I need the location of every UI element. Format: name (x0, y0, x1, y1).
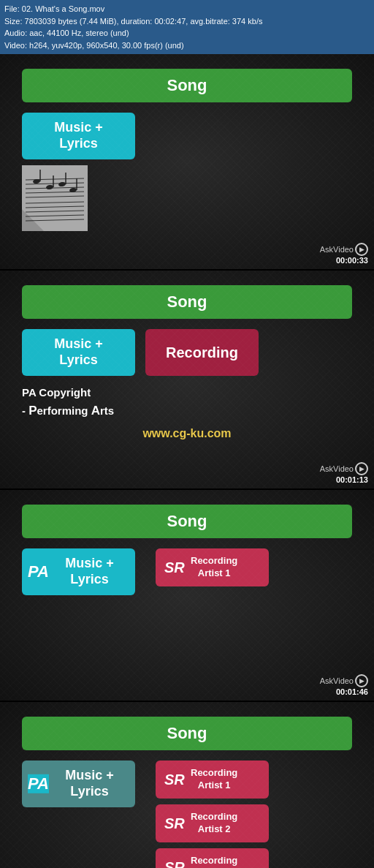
pa-copyright-line1: PA Copyright (22, 385, 352, 401)
sheet-music-image (22, 165, 88, 231)
song-button-4[interactable]: Song (22, 717, 352, 750)
timestamp-3: 00:01:46 (336, 687, 368, 696)
music-lyrics-button-1[interactable]: Music +Lyrics (22, 113, 135, 159)
performing-bold-p: P (28, 404, 37, 418)
info-line-3: Audio: aac, 44100 Hz, stereo (und) (4, 27, 370, 39)
panel-4: Song PA Music +Lyrics SR RecordingArtist… (0, 702, 374, 868)
panel-2: Song Music +Lyrics Recording PA Copyrigh… (0, 271, 374, 490)
sr-badge-4-1: SR (164, 771, 185, 788)
askvideo-text-1: AskVideo (320, 245, 354, 254)
watermark: www.cg-ku.com (22, 427, 352, 440)
pa-copyright: PA Copyright - Performing Arts (22, 385, 352, 420)
sr-badge-3: SR (164, 559, 185, 576)
pa-badge-4: PA (28, 774, 49, 793)
song-button-1[interactable]: Song (22, 69, 352, 102)
pa-copyright-line2: - Performing Arts (22, 401, 352, 420)
timestamp-1: 00:00:33 (336, 256, 368, 265)
info-line-2: Size: 7803039 bytes (7.44 MiB), duration… (4, 15, 370, 28)
sr-recording-text-3: RecordingArtist 1 (191, 555, 237, 580)
sr-recording-text-4-3: RecordingArtist 3 (191, 855, 237, 868)
askvideo-logo-3: AskVideo ▶ (320, 674, 368, 687)
music-lyrics-button-2[interactable]: Music +Lyrics (22, 329, 135, 376)
recording-sr-button-4-2[interactable]: SR RecordingArtist 2 (156, 804, 269, 842)
recording-sr-button-4-1[interactable]: SR RecordingArtist 1 (156, 761, 269, 799)
song-button-2[interactable]: Song (22, 285, 352, 319)
askvideo-icon-1: ▶ (355, 243, 368, 256)
recording-sr-button-4-3[interactable]: SR RecordingArtist 3 (156, 848, 269, 868)
panel-1: Song Music +Lyrics (0, 54, 374, 271)
askvideo-logo-2: AskVideo ▶ (320, 462, 368, 475)
askvideo-logo-1: AskVideo ▶ (320, 243, 368, 256)
song-button-3[interactable]: Song (22, 505, 352, 538)
info-line-1: File: 02. What's a Song.mov (4, 3, 370, 15)
info-bar: File: 02. What's a Song.mov Size: 780303… (0, 0, 374, 54)
askvideo-icon-3: ▶ (355, 674, 368, 687)
askvideo-text-3: AskVideo (320, 676, 354, 685)
askvideo-icon-2: ▶ (355, 462, 368, 475)
panel-3: Song PA Music +Lyrics SR RecordingArtist… (0, 490, 374, 702)
askvideo-text-2: AskVideo (320, 464, 354, 473)
sr-badge-4-3: SR (164, 859, 185, 869)
music-lyrics-button-3[interactable]: PA Music +Lyrics (22, 548, 135, 595)
pa-copyright-text-1: PA Copyright (22, 386, 91, 399)
sr-recording-text-4-1: RecordingArtist 1 (191, 767, 237, 792)
recording-button-2[interactable]: Recording (145, 329, 259, 376)
music-lyrics-button-4[interactable]: PA Music +Lyrics (22, 761, 135, 807)
performing-bold-a: A (91, 404, 100, 418)
recording-sr-button-3[interactable]: SR RecordingArtist 1 (156, 548, 269, 586)
pa-badge-3: PA (28, 562, 49, 581)
info-line-4: Video: h264, yuv420p, 960x540, 30.00 fps… (4, 39, 370, 52)
sr-badge-4-2: SR (164, 815, 185, 832)
sr-recording-text-4-2: RecordingArtist 2 (191, 811, 237, 836)
sheet-music-svg (22, 165, 88, 231)
timestamp-2: 00:01:13 (336, 475, 368, 484)
